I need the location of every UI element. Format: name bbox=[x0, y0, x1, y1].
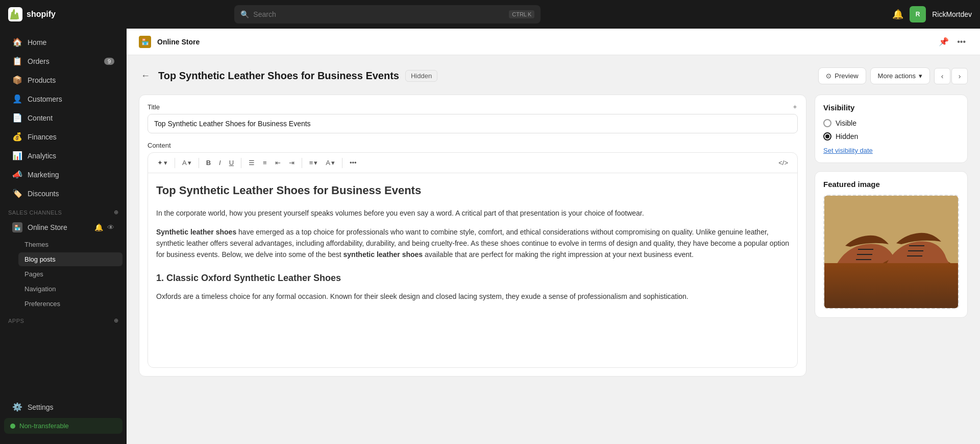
toolbar-bullet-list[interactable]: ☰ bbox=[246, 157, 258, 169]
online-store-icon: 🏪 bbox=[12, 222, 22, 232]
avatar[interactable]: R bbox=[910, 6, 926, 22]
hidden-radio[interactable] bbox=[823, 132, 831, 141]
toolbar-indent-left[interactable]: ⇤ bbox=[272, 157, 284, 169]
shopify-icon bbox=[8, 7, 22, 21]
chevron-icon: ▾ bbox=[331, 159, 335, 167]
toolbar-indent-right[interactable]: ⇥ bbox=[286, 157, 298, 169]
toolbar-right: </> bbox=[775, 157, 791, 169]
toolbar-font[interactable]: A ▾ bbox=[179, 157, 194, 169]
search-bar[interactable]: 🔍 CTRL K bbox=[234, 5, 541, 24]
editor-toolbar: ✦ ▾ A ▾ B I U ☰ ≡ bbox=[148, 153, 797, 173]
toolbar-sep-2 bbox=[199, 158, 199, 168]
toolbar-sep-5 bbox=[342, 158, 342, 168]
sidebar-sub-themes[interactable]: Themes bbox=[18, 238, 122, 251]
content-p3: Oxfords are a timeless choice for any fo… bbox=[156, 291, 789, 302]
toolbar-underline[interactable]: U bbox=[226, 157, 237, 169]
customers-icon: 👤 bbox=[12, 94, 22, 104]
prev-arrow[interactable]: ‹ bbox=[934, 68, 950, 84]
search-input[interactable] bbox=[253, 10, 505, 18]
sidebar-sub-preferences[interactable]: Preferences bbox=[18, 297, 122, 311]
visible-label: Visible bbox=[836, 119, 856, 127]
sales-channels-section: Sales channels ⊕ bbox=[0, 203, 127, 218]
sidebar-item-label: Finances bbox=[28, 133, 57, 141]
sidebar: 🏠 Home 📋 Orders 9 📦 Products 👤 Customers… bbox=[0, 29, 127, 444]
sidebar-sub-navigation[interactable]: Navigation bbox=[18, 282, 122, 296]
non-transferable-badge[interactable]: Non-transferable bbox=[4, 418, 122, 434]
more-actions-button[interactable]: More actions ▾ bbox=[870, 67, 930, 84]
sidebar-item-finances[interactable]: 💰 Finances bbox=[4, 128, 122, 146]
toolbar-sparkle[interactable]: ✦ ▾ bbox=[154, 157, 170, 169]
store-name: Online Store bbox=[157, 38, 200, 46]
orders-icon: 📋 bbox=[12, 56, 22, 66]
more-button[interactable]: ••• bbox=[955, 35, 968, 49]
next-arrow[interactable]: › bbox=[951, 68, 968, 84]
analytics-icon: 📊 bbox=[12, 151, 22, 160]
back-button[interactable]: ← bbox=[139, 68, 152, 83]
visible-radio[interactable] bbox=[823, 119, 831, 127]
online-store-label: Online Store bbox=[28, 223, 67, 231]
home-icon: 🏠 bbox=[12, 37, 22, 47]
sidebar-sub-blog-posts[interactable]: Blog posts bbox=[18, 252, 122, 266]
hidden-label: Hidden bbox=[836, 132, 858, 141]
visible-option[interactable]: Visible bbox=[823, 119, 959, 127]
sidebar-item-online-store[interactable]: 🏪 Online Store 🔔 👁 bbox=[4, 218, 122, 237]
side-column: Visibility Visible Hidden bbox=[815, 95, 968, 326]
nav-arrows: ‹ › bbox=[934, 68, 968, 84]
logo-text: shopify bbox=[27, 10, 56, 19]
toolbar-sep-1 bbox=[175, 158, 175, 168]
sparkle-icon: ✦ bbox=[792, 103, 798, 111]
logo[interactable]: shopify bbox=[8, 7, 56, 21]
toolbar-numbered-list[interactable]: ≡ bbox=[260, 157, 270, 169]
image-upload-area[interactable] bbox=[823, 195, 959, 309]
preferences-label: Preferences bbox=[24, 300, 60, 308]
sidebar-item-label: Home bbox=[28, 38, 46, 46]
apps-section: Apps ⊕ bbox=[0, 311, 127, 326]
preview-button[interactable]: ⊙ Preview bbox=[818, 67, 866, 84]
sidebar-item-label: Analytics bbox=[28, 152, 56, 160]
editor-content-area[interactable]: Top Synthetic Leather Shoes for Business… bbox=[148, 173, 797, 367]
toolbar-align[interactable]: ≡ ▾ bbox=[306, 157, 321, 169]
toolbar-text-color[interactable]: A ▾ bbox=[323, 157, 338, 169]
sidebar-item-home[interactable]: 🏠 Home bbox=[4, 33, 122, 51]
apps-expand[interactable]: ⊕ bbox=[114, 317, 119, 324]
secondary-nav: 🏪 Online Store 📌 ••• bbox=[127, 29, 980, 55]
content-bold-1: Synthetic leather shoes bbox=[156, 228, 236, 236]
toolbar-more[interactable]: ••• bbox=[347, 157, 360, 169]
sidebar-item-products[interactable]: 📦 Products bbox=[4, 71, 122, 89]
sidebar-item-analytics[interactable]: 📊 Analytics bbox=[4, 147, 122, 165]
status-badge: Hidden bbox=[405, 70, 437, 82]
title-input[interactable] bbox=[148, 114, 798, 133]
hidden-option[interactable]: Hidden bbox=[823, 132, 959, 141]
columns-layout: Title ✦ Content bbox=[139, 95, 968, 385]
chevron-down-icon: ▾ bbox=[919, 72, 922, 80]
finances-icon: 💰 bbox=[12, 132, 22, 142]
sidebar-item-settings[interactable]: ⚙️ Settings bbox=[4, 398, 122, 416]
toolbar-source[interactable]: </> bbox=[775, 157, 791, 169]
pin-button[interactable]: 📌 bbox=[937, 35, 951, 49]
toolbar-bold[interactable]: B bbox=[203, 157, 214, 169]
themes-label: Themes bbox=[24, 241, 48, 248]
notifications-button[interactable]: 🔔 bbox=[892, 9, 903, 20]
set-visibility-link[interactable]: Set visibility date bbox=[823, 147, 873, 154]
sidebar-item-orders[interactable]: 📋 Orders 9 bbox=[4, 52, 122, 70]
featured-image-title: Featured image bbox=[823, 180, 959, 189]
discounts-icon: 🏷️ bbox=[12, 189, 22, 198]
page-wrapper: ← Top Synthetic Leather Shoes for Busine… bbox=[127, 55, 980, 397]
toolbar-italic[interactable]: I bbox=[216, 157, 224, 169]
sidebar-item-label: Products bbox=[28, 76, 56, 84]
username[interactable]: RickMortdev bbox=[932, 10, 972, 18]
sidebar-item-customers[interactable]: 👤 Customers bbox=[4, 90, 122, 108]
online-store-actions: 🔔 👁 bbox=[94, 223, 114, 231]
bell-small-icon[interactable]: 🔔 bbox=[94, 223, 103, 231]
sidebar-item-label: Marketing bbox=[28, 171, 59, 179]
sales-channels-expand[interactable]: ⊕ bbox=[114, 209, 119, 216]
main-content: 🏪 Online Store 📌 ••• ← Top Synthetic Lea… bbox=[127, 29, 980, 444]
eye-icon[interactable]: 👁 bbox=[107, 223, 114, 231]
sidebar-item-marketing[interactable]: 📣 Marketing bbox=[4, 166, 122, 183]
sidebar-sub-pages[interactable]: Pages bbox=[18, 267, 122, 281]
sidebar-item-content[interactable]: 📄 Content bbox=[4, 109, 122, 127]
chevron-icon: ▾ bbox=[188, 159, 191, 167]
navigation-label: Navigation bbox=[24, 285, 56, 293]
featured-image-preview bbox=[824, 196, 958, 308]
sidebar-item-discounts[interactable]: 🏷️ Discounts bbox=[4, 184, 122, 202]
